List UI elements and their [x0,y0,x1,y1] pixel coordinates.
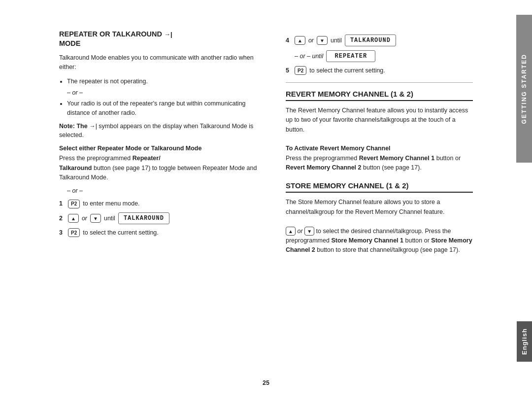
revert-section-title: REVERT MEMORY CHANNEL (1 & 2) [286,90,473,101]
section-divider-1 [286,82,473,83]
bullet-item-1: The repeater is not operating. [67,77,266,86]
left-section-intro: Talkaround Mode enables you to communica… [59,53,266,72]
step-4b: – or – until REPEATER [295,50,473,62]
main-content: REPEATER OR TALKAROUND →| MODE Talkaroun… [0,0,532,411]
p2-badge-step5: P2 [295,66,306,75]
arrow-symbol: →| [164,31,172,38]
bullet-list-2: Your radio is out of the repeater's rang… [67,99,266,118]
display-talkaround-step2: TALKAROUND [118,212,169,224]
left-step-list: 1 P2 to enter menu mode. 2 ▲ or ▼ until … [59,199,266,238]
up-arrow-step2: ▲ [68,214,79,223]
down-arrow-step2: ▼ [90,214,101,223]
step-3: 3 P2 to select the current setting. [59,228,266,238]
page-container: REPEATER OR TALKAROUND →| MODE Talkaroun… [0,0,532,411]
sub-section-title: Select either Repeater Mode or Talkaroun… [59,145,266,152]
step-2: 2 ▲ or ▼ until TALKAROUND [59,212,266,224]
sub-section-body: Press the preprogrammed Repeater/ Talkar… [59,154,266,182]
right-column: 4 ▲ or ▼ until TALKAROUND – or – until R… [286,30,473,391]
bullet-list: The repeater is not operating. [67,77,266,86]
revert-section: REVERT MEMORY CHANNEL (1 & 2) The Revert… [286,90,473,173]
step-1: 1 P2 to enter menu mode. [59,199,266,208]
or-line-2: – or – [67,187,266,194]
getting-started-tab: GETTING STARTED [516,15,532,163]
page-number: 25 [263,379,269,386]
store-section-title: STORE MEMORY CHANNEL (1 & 2) [286,181,473,193]
left-column: REPEATER OR TALKAROUND →| MODE Talkaroun… [59,30,266,391]
display-talkaround-step4: TALKAROUND [345,34,396,46]
bullet-item-2: Your radio is out of the repeater's rang… [67,99,266,118]
step-4: 4 ▲ or ▼ until TALKAROUND [286,34,473,46]
english-tab: English [517,321,532,362]
up-arrow-step4: ▲ [295,36,305,45]
p2-badge-step1: P2 [68,200,80,208]
down-arrow-step4: ▼ [317,36,328,45]
note-arrow: →| [89,123,97,130]
or-line-1: – or – [67,89,266,96]
up-arrow-store: ▲ [286,227,296,236]
left-section-title: REPEATER OR TALKAROUND →| MODE [59,30,266,48]
display-repeater: REPEATER [326,50,375,62]
right-step-list: 4 ▲ or ▼ until TALKAROUND – or – until R… [286,34,473,75]
getting-started-label: GETTING STARTED [521,54,528,124]
revert-section-body: The Revert Memory Channel feature allows… [286,106,473,173]
step-5: 5 P2 to select the current setting. [286,66,473,75]
down-arrow-store: ▼ [304,227,314,236]
store-section: STORE MEMORY CHANNEL (1 & 2) The Store M… [286,181,473,255]
p2-badge-step3: P2 [68,228,80,237]
store-section-body: The Store Memory Channel feature allows … [286,198,473,255]
note-text: Note: The →| symbol appears on the displ… [59,122,266,140]
